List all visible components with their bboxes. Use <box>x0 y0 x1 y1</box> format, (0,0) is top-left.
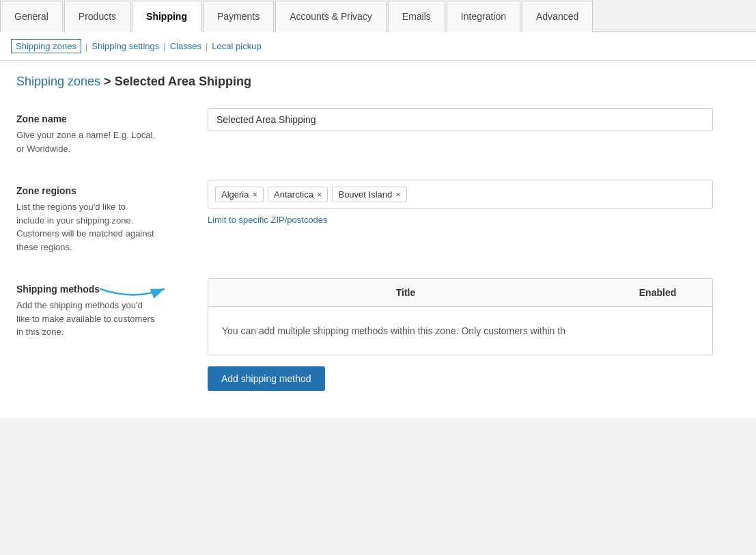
zone-name-section: Zone name Give your zone a name! E.g. Lo… <box>16 108 740 155</box>
add-shipping-method-button[interactable]: Add shipping method <box>208 366 325 391</box>
arrow-annotation-icon <box>100 276 168 301</box>
tags-container[interactable]: Algeria × Antarctica × Bouvet Island × <box>208 180 713 208</box>
zone-regions-heading: Zone regions <box>16 185 191 196</box>
breadcrumb: Shipping zones > Selected Area Shipping <box>16 75 740 89</box>
breadcrumb-link[interactable]: Shipping zones <box>16 75 100 88</box>
shipping-methods-table: Title Enabled You can add multiple shipp… <box>208 278 713 355</box>
shipping-methods-description: Add the shipping methods you'd like to m… <box>16 299 191 339</box>
subnav-sep-3: | <box>206 41 208 51</box>
tag-antarctica-label: Antarctica <box>274 189 313 200</box>
tab-bar: General Products Shipping Payments Accou… <box>0 0 756 32</box>
tab-products[interactable]: Products <box>64 1 130 32</box>
main-content: Shipping zones > Selected Area Shipping … <box>0 61 756 418</box>
table-col-enabled: Enabled <box>603 279 712 306</box>
subnav-classes[interactable]: Classes <box>170 41 201 51</box>
zone-regions-label-col: Zone regions List the regions you'd like… <box>16 180 208 254</box>
tab-shipping[interactable]: Shipping <box>132 1 201 32</box>
shipping-methods-section: Shipping methods Add the shipping method… <box>16 278 740 391</box>
shipping-methods-heading-wrapper: Shipping methods <box>16 284 100 299</box>
table-body-empty: You can add multiple shipping methods wi… <box>208 307 712 355</box>
zone-regions-section: Zone regions List the regions you'd like… <box>16 180 740 254</box>
tag-antarctica: Antarctica × <box>268 187 328 202</box>
tag-bouvet-island-label: Bouvet Island <box>338 189 392 200</box>
shipping-methods-heading: Shipping methods <box>16 284 100 295</box>
subnav-sep-2: | <box>163 41 165 51</box>
breadcrumb-separator: > <box>104 75 115 88</box>
tab-emails[interactable]: Emails <box>388 1 445 32</box>
zone-name-description: Give your zone a name! E.g. Local, or Wo… <box>16 128 191 155</box>
subnav-sep-1: | <box>85 41 87 51</box>
tab-general[interactable]: General <box>0 1 63 32</box>
tab-payments[interactable]: Payments <box>203 1 274 32</box>
zone-name-label-col: Zone name Give your zone a name! E.g. Lo… <box>16 108 208 155</box>
subnav-shipping-settings[interactable]: Shipping settings <box>92 41 159 51</box>
zone-name-heading: Zone name <box>16 113 191 124</box>
limit-postcodes-link[interactable]: Limit to specific ZIP/postcodes <box>208 215 328 225</box>
sub-nav: Shipping zones | Shipping settings | Cla… <box>0 32 756 61</box>
tab-advanced[interactable]: Advanced <box>522 1 593 32</box>
tag-algeria-label: Algeria <box>221 189 249 200</box>
tag-algeria-remove[interactable]: × <box>252 190 257 199</box>
tab-accounts-privacy[interactable]: Accounts & Privacy <box>275 1 387 32</box>
tab-integration[interactable]: Integration <box>447 1 520 32</box>
tag-bouvet-island-remove[interactable]: × <box>395 190 401 199</box>
zone-name-input-col <box>208 108 740 155</box>
subnav-local-pickup[interactable]: Local pickup <box>212 41 261 51</box>
zone-regions-description: List the regions you'd like to include i… <box>16 200 191 254</box>
table-header: Title Enabled <box>208 279 712 307</box>
tag-bouvet-island: Bouvet Island × <box>332 187 406 202</box>
tag-antarctica-remove[interactable]: × <box>317 190 322 199</box>
shipping-methods-table-col: Title Enabled You can add multiple shipp… <box>208 278 740 391</box>
subnav-shipping-zones[interactable]: Shipping zones <box>11 39 81 53</box>
table-col-title: Title <box>208 279 603 306</box>
zone-name-input[interactable] <box>208 108 713 131</box>
table-empty-message: You can add multiple shipping methods wi… <box>222 325 565 336</box>
breadcrumb-current: Selected Area Shipping <box>115 75 251 88</box>
limit-link-container: Limit to specific ZIP/postcodes <box>208 214 740 225</box>
shipping-methods-label-col: Shipping methods Add the shipping method… <box>16 278 208 391</box>
zone-regions-input-col: Algeria × Antarctica × Bouvet Island × L… <box>208 180 740 254</box>
tag-algeria: Algeria × <box>215 187 264 202</box>
